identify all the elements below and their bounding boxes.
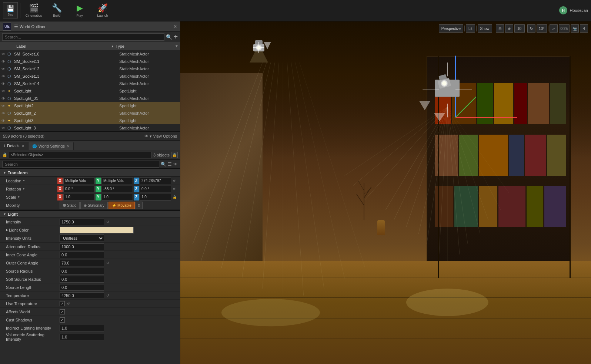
outliner-row[interactable]: 👁 ⬡ SM_Socket11 StaticMeshActor [0, 58, 180, 65]
use-temperature-checkbox[interactable]: ✓ [60, 301, 65, 306]
vp-show-button[interactable]: Show [478, 24, 492, 33]
row-visibility-icon[interactable]: 👁 [1, 74, 7, 78]
outliner-search-button[interactable]: 🔍 [166, 34, 172, 40]
mobility-movable-button[interactable]: ⚡ Movable [108, 202, 135, 209]
vp-grid-size-button[interactable]: 10 [514, 24, 525, 33]
vp-angle-button[interactable]: 10° [537, 24, 547, 33]
row-type-text: StaticMeshActor [119, 126, 178, 130]
cast-shadows-checkbox[interactable]: ✓ [60, 317, 65, 323]
row-visibility-icon[interactable]: 👁 [1, 119, 7, 123]
lock-button[interactable]: 🔒 [171, 152, 178, 158]
row-visibility-icon[interactable]: 👁 [1, 126, 7, 130]
indirect-lighting-input[interactable] [60, 325, 104, 331]
soft-source-radius-input[interactable] [60, 276, 104, 283]
scale-x-input[interactable] [63, 194, 95, 200]
mobility-static-button[interactable]: Static [60, 202, 80, 209]
light-arrow: ▼ [3, 212, 6, 216]
location-reset-button[interactable]: ↺ [172, 178, 177, 183]
outer-cone-input[interactable] [60, 260, 104, 266]
vp-rotate-snap-icon[interactable]: ↻ [527, 24, 535, 33]
scale-y-input[interactable] [101, 194, 133, 200]
row-visibility-icon[interactable]: 👁 [1, 104, 7, 108]
rotation-y-input[interactable] [101, 186, 133, 192]
outliner-row[interactable]: 👁 ⬡ SM_Socket13 StaticMeshActor [0, 73, 180, 80]
affects-world-checkbox[interactable]: ✓ [60, 309, 65, 314]
rotation-x-input[interactable] [63, 186, 95, 192]
scale-z-input[interactable] [140, 194, 171, 200]
source-length-input[interactable] [60, 284, 104, 291]
light-section-header[interactable]: ▼ Light [0, 210, 180, 218]
vp-snap-button[interactable]: ⊕ [505, 24, 513, 33]
mobility-stationary-button[interactable]: ⊕ Stationary [80, 202, 108, 209]
outliner-list[interactable]: 👁 ⬡ SM_Socket10 StaticMeshActor 👁 ⬡ SM_S… [0, 50, 180, 132]
save-button[interactable]: 💾 Sav [3, 2, 18, 18]
details-tab-close[interactable]: ✕ [21, 144, 24, 148]
row-visibility-icon[interactable]: 👁 [1, 82, 7, 86]
attenuation-input[interactable] [60, 243, 104, 250]
transform-section-header[interactable]: ▼ Transform [0, 169, 180, 177]
tab-details[interactable]: ℹ Details ✕ [0, 142, 29, 150]
temperature-reset-button[interactable]: ↺ [105, 293, 110, 298]
vp-camera-speed-button[interactable]: 📷 [571, 24, 579, 33]
source-radius-input[interactable] [60, 268, 104, 274]
outliner-close-button[interactable]: ✕ [173, 24, 177, 29]
outliner-row[interactable]: 👁 ⬡ SpotLight_01 StaticMeshActor [0, 95, 180, 102]
row-visibility-icon[interactable]: 👁 [1, 111, 7, 115]
scale-value: X Y Z 🔒 [57, 194, 177, 200]
affects-world-row: Affects World ✓ [0, 308, 180, 316]
location-label: Location ▼ [6, 179, 57, 183]
intensity-reset-button[interactable]: ↺ [105, 219, 110, 225]
rotation-z-input[interactable] [140, 186, 171, 192]
details-search-button[interactable]: 🔍 [161, 162, 166, 167]
location-y-input[interactable] [101, 178, 133, 184]
outliner-add-button[interactable]: + [174, 33, 178, 41]
details-search-input[interactable] [2, 161, 159, 168]
play-button[interactable]: ▶ Play [69, 1, 91, 20]
outliner-row[interactable]: 👁 ✦ SpotLight SpotLight [0, 87, 180, 95]
scale-lock-button[interactable]: 🔒 [172, 195, 177, 200]
row-visibility-icon[interactable]: 👁 [1, 67, 7, 71]
viewport[interactable]: Perspective Lit Show ⊞ ⊕ 10 ↻ 10° ⤢ 0.25… [180, 21, 591, 364]
build-button[interactable]: 🔧 Build [46, 1, 68, 20]
location-z-input[interactable] [140, 178, 171, 184]
intensity-input[interactable] [60, 219, 104, 225]
outliner-row[interactable]: 👁 ✦ SpotLight3 SpotLight [0, 117, 180, 124]
outliner-row[interactable]: 👁 ⬡ SM_Socket10 StaticMeshActor [0, 50, 180, 58]
vp-speed-button[interactable]: 4 [580, 24, 588, 33]
row-visibility-icon[interactable]: 👁 [1, 89, 7, 93]
mobility-extra-button[interactable]: ⚙ [136, 202, 143, 209]
location-x-input[interactable] [63, 178, 95, 184]
light-color-swatch[interactable] [60, 227, 134, 233]
perspective-button[interactable]: Perspective [439, 24, 463, 33]
vp-scale-icon[interactable]: ⤢ [550, 24, 558, 33]
outliner-row[interactable]: 👁 ⬡ SM_Socket12 StaticMeshActor [0, 65, 180, 73]
outliner-search-input[interactable] [2, 33, 164, 41]
vp-scale-button[interactable]: 0.25 [559, 24, 570, 33]
outer-cone-reset-button[interactable]: ↺ [105, 260, 110, 266]
world-tab-close[interactable]: ✕ [67, 144, 70, 148]
launch-button[interactable]: 🚀 Launch [91, 1, 114, 20]
intensity-units-select[interactable]: UnitlessCandelasLumensEV [60, 235, 104, 242]
use-temperature-reset[interactable]: ↺ [66, 301, 71, 306]
svg-line-55 [357, 194, 364, 205]
outliner-row[interactable]: 👁 ⬡ SpotLight_2 StaticMeshActor [0, 109, 180, 117]
tab-world-settings[interactable]: 🌐 World Settings ✕ [29, 142, 74, 150]
inner-cone-input[interactable] [60, 252, 104, 258]
location-row: Location ▼ X Y Z ↺ [0, 177, 180, 185]
view-options-button[interactable]: 👁 ▾ View Options [144, 134, 177, 139]
details-list-button[interactable]: ☰ [168, 162, 172, 167]
vp-grid-button[interactable]: ⊞ [496, 24, 504, 33]
row-visibility-icon[interactable]: 👁 [1, 52, 7, 56]
volumetric-input[interactable] [60, 334, 104, 340]
outliner-row[interactable]: 👁 ⬡ SM_Socket14 StaticMeshActor [0, 80, 180, 87]
rotation-reset-button[interactable]: ↺ [172, 186, 177, 192]
row-visibility-icon[interactable]: 👁 [1, 97, 7, 101]
cinematics-button[interactable]: 🎬 Cinematics [23, 1, 45, 20]
row-visibility-icon[interactable]: 👁 [1, 60, 7, 64]
temperature-input[interactable] [60, 292, 104, 299]
outliner-row[interactable]: 👁 ✦ SpotLight2 SpotLight [0, 102, 180, 109]
vp-lit-button[interactable]: Lit [466, 24, 475, 33]
scroll-down-arrow[interactable]: ▼ [175, 44, 178, 48]
outliner-row[interactable]: 👁 ⬡ SpotLight_3 StaticMeshActor [0, 124, 180, 132]
details-eye-button[interactable]: 👁 [173, 162, 178, 167]
